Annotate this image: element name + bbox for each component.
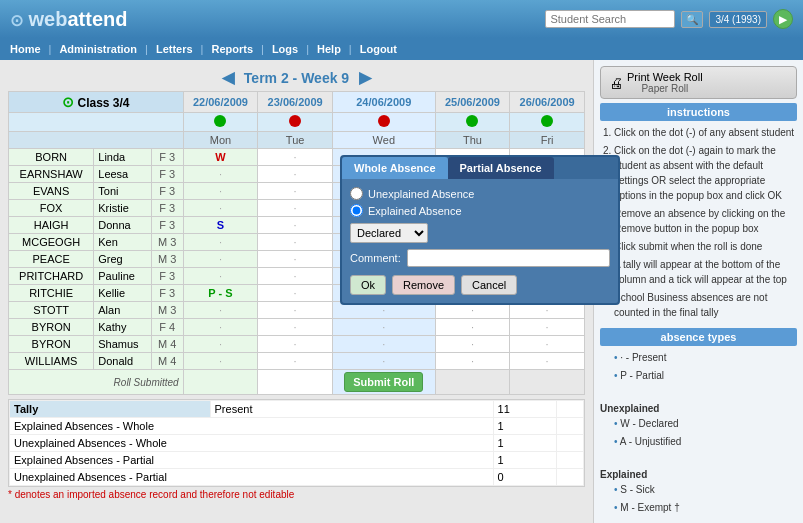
day-cell[interactable]: · (332, 336, 435, 353)
day-cell[interactable]: · (258, 285, 333, 302)
day-cell[interactable]: · (435, 336, 510, 353)
day-cell[interactable]: · (510, 353, 585, 370)
day-cell[interactable]: · (258, 251, 333, 268)
popup-cancel-button[interactable]: Cancel (461, 275, 517, 295)
dot-mark[interactable]: · (219, 355, 222, 367)
nav-logs[interactable]: Logs (272, 43, 298, 55)
dot-mark[interactable]: · (471, 355, 474, 367)
dot-mark[interactable]: · (546, 355, 549, 367)
dot-mark[interactable]: · (294, 270, 297, 282)
partial-absence-tab[interactable]: Partial Absence (448, 157, 554, 179)
nav-reports[interactable]: Reports (211, 43, 253, 55)
dot-mark[interactable]: · (382, 304, 385, 316)
dot-mark[interactable]: · (219, 321, 222, 333)
dot-mark[interactable]: · (294, 338, 297, 350)
nav-home[interactable]: Home (10, 43, 41, 55)
dot-mark[interactable]: · (546, 304, 549, 316)
day-cell[interactable]: · (183, 166, 258, 183)
day-cell[interactable]: · (258, 336, 333, 353)
student-first-name: Toni (94, 183, 152, 200)
dot-mark[interactable]: · (219, 338, 222, 350)
dot-mark[interactable]: · (294, 168, 297, 180)
day-cell[interactable]: · (183, 251, 258, 268)
day-cell[interactable]: P - S (183, 285, 258, 302)
dot-mark[interactable]: · (294, 185, 297, 197)
dot-mark[interactable]: · (219, 202, 222, 214)
nav-administration[interactable]: Administration (59, 43, 137, 55)
nav-letters[interactable]: Letters (156, 43, 193, 55)
dot-mark[interactable]: · (294, 355, 297, 367)
explained-radio-label[interactable]: Explained Absence (350, 204, 610, 217)
submit-roll-button[interactable]: Submit Roll (344, 372, 423, 392)
day-cell[interactable]: · (183, 336, 258, 353)
absence-mark[interactable]: S (217, 219, 224, 231)
dot-mark[interactable]: · (546, 338, 549, 350)
day-cell[interactable]: · (258, 353, 333, 370)
search-input[interactable] (545, 10, 675, 28)
search-button[interactable]: 🔍 (681, 11, 703, 28)
dot-mark[interactable]: · (294, 287, 297, 299)
dot-mark[interactable]: · (294, 253, 297, 265)
instructions-title: instructions (600, 103, 797, 121)
day-cell[interactable]: · (258, 183, 333, 200)
day-cell[interactable]: · (258, 217, 333, 234)
nav-logout[interactable]: Logout (360, 43, 397, 55)
dot-mark[interactable]: · (219, 236, 222, 248)
absence-mark[interactable]: P - S (208, 287, 232, 299)
day-cell[interactable]: · (435, 319, 510, 336)
absence-subtype-select[interactable]: Declared Unjustified Sick Exempt (350, 223, 428, 243)
day-cell[interactable]: · (183, 319, 258, 336)
dot-mark[interactable]: · (471, 338, 474, 350)
dot-mark[interactable]: · (471, 321, 474, 333)
dot-mark[interactable]: · (294, 304, 297, 316)
day-cell[interactable]: · (258, 268, 333, 285)
go-button[interactable]: ▶ (773, 9, 793, 29)
day-cell[interactable]: · (435, 353, 510, 370)
dot-mark[interactable]: · (294, 219, 297, 231)
dot-mark[interactable]: · (471, 304, 474, 316)
dot-mark[interactable]: · (219, 168, 222, 180)
unexplained-radio-label[interactable]: Unexplained Absence (350, 187, 610, 200)
dot-mark[interactable]: · (382, 321, 385, 333)
day-cell[interactable]: · (183, 183, 258, 200)
print-week-roll-button[interactable]: 🖨 Print Week Roll Paper Roll (600, 66, 797, 99)
popup-remove-button[interactable]: Remove (392, 275, 455, 295)
day-cell[interactable]: · (183, 302, 258, 319)
day-cell[interactable]: · (183, 353, 258, 370)
whole-absence-tab[interactable]: Whole Absence (342, 157, 448, 179)
prev-week-button[interactable]: ◀ (222, 68, 234, 87)
dot-mark[interactable]: · (219, 253, 222, 265)
day-cell[interactable]: · (183, 268, 258, 285)
day-cell[interactable]: · (332, 319, 435, 336)
day-cell[interactable]: · (510, 336, 585, 353)
day-cell[interactable]: · (510, 319, 585, 336)
dot-mark[interactable]: · (546, 321, 549, 333)
comment-input[interactable] (407, 249, 610, 267)
absence-mark[interactable]: W (215, 151, 225, 163)
explained-radio[interactable] (350, 204, 363, 217)
day-cell[interactable]: W (183, 149, 258, 166)
day-cell[interactable]: · (258, 149, 333, 166)
next-week-button[interactable]: ▶ (359, 68, 371, 87)
day-cell[interactable]: · (258, 166, 333, 183)
dot-mark[interactable]: · (219, 270, 222, 282)
day-cell[interactable]: · (183, 234, 258, 251)
day-cell[interactable]: · (258, 200, 333, 217)
nav-help[interactable]: Help (317, 43, 341, 55)
day-cell[interactable]: S (183, 217, 258, 234)
unexplained-radio[interactable] (350, 187, 363, 200)
dot-mark[interactable]: · (294, 236, 297, 248)
day-cell[interactable]: · (332, 353, 435, 370)
popup-ok-button[interactable]: Ok (350, 275, 386, 295)
day-cell[interactable]: · (258, 319, 333, 336)
day-cell[interactable]: · (183, 200, 258, 217)
dot-mark[interactable]: · (382, 355, 385, 367)
dot-mark[interactable]: · (294, 202, 297, 214)
dot-mark[interactable]: · (294, 151, 297, 163)
day-cell[interactable]: · (258, 234, 333, 251)
day-cell[interactable]: · (258, 302, 333, 319)
dot-mark[interactable]: · (382, 338, 385, 350)
dot-mark[interactable]: · (219, 185, 222, 197)
dot-mark[interactable]: · (294, 321, 297, 333)
dot-mark[interactable]: · (219, 304, 222, 316)
